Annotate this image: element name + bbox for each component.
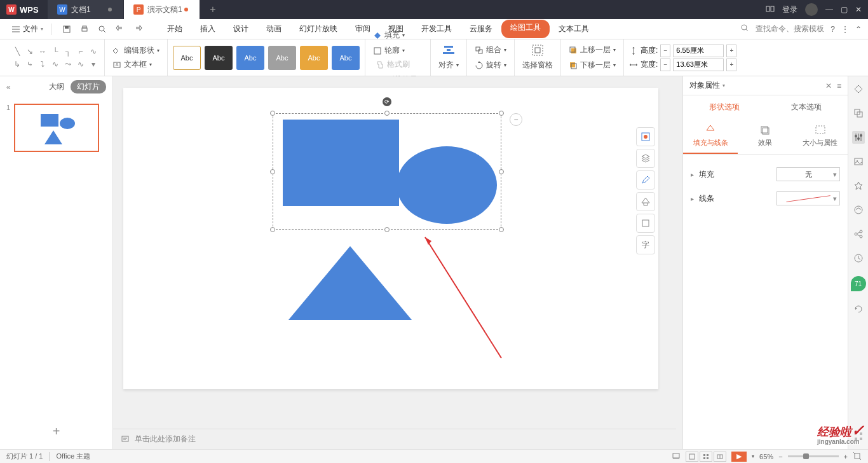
width-decrease[interactable]: − <box>660 59 670 71</box>
tab-design[interactable]: 设计 <box>224 20 257 38</box>
format-painter-button[interactable]: 格式刷 <box>373 58 425 72</box>
tab-animation[interactable]: 动画 <box>257 20 290 38</box>
search-icon[interactable] <box>740 24 749 34</box>
side-adjust-button[interactable] <box>852 131 865 144</box>
double-arrow-icon[interactable]: ↔ <box>37 46 48 57</box>
compact-icon[interactable] <box>766 4 775 15</box>
effects-subtab[interactable]: 效果 <box>738 119 792 154</box>
notes-toggle-button[interactable] <box>672 452 681 462</box>
tab-insert[interactable]: 插入 <box>191 20 224 38</box>
redo-button[interactable] <box>130 22 146 37</box>
slide-canvas[interactable]: ⟳ − <box>123 88 658 389</box>
shapes-gallery[interactable]: ╲ ↘ ↔ └ ┐ ⌐ ∿ ↳ ⤷ ⤵ ∿ ⤳ ∿ ▾ <box>11 46 99 70</box>
connector4-icon[interactable]: ∿ <box>50 59 61 70</box>
more-button[interactable]: ⋮ <box>841 25 849 34</box>
search-hint[interactable]: 查找命令、搜索模板 <box>756 24 824 34</box>
side-star-button[interactable] <box>852 179 865 192</box>
style-black[interactable]: Abc <box>205 46 233 70</box>
close-panel-button[interactable]: ✕ <box>825 81 832 90</box>
notes-bar[interactable]: 单击此处添加备注 <box>113 429 676 449</box>
elbow2-icon[interactable]: ┐ <box>62 46 74 57</box>
line-select[interactable] <box>776 191 840 205</box>
help-button[interactable]: ? <box>831 25 835 34</box>
connector2-icon[interactable]: ⤷ <box>24 59 36 70</box>
style-blue2[interactable]: Abc <box>332 46 360 70</box>
connector1-icon[interactable]: ↳ <box>11 59 23 70</box>
size-props-subtab[interactable]: 大小与属性 <box>793 119 848 154</box>
side-image-button[interactable] <box>852 155 865 168</box>
height-increase[interactable]: + <box>726 45 736 57</box>
zoom-slider[interactable] <box>788 455 839 457</box>
fill-line-subtab[interactable]: 填充与线条 <box>683 119 738 154</box>
style-gallery[interactable]: Abc Abc Abc Abc Abc Abc <box>173 46 360 70</box>
normal-view-button[interactable] <box>686 452 698 462</box>
fill-button[interactable]: 填充▾ <box>370 29 425 43</box>
group-button[interactable]: 组合▾ <box>472 43 509 57</box>
more-shapes-icon[interactable]: ▾ <box>88 59 99 70</box>
undo-button[interactable] <box>112 22 128 37</box>
align-button[interactable]: 对齐▾ <box>436 59 461 73</box>
connector6-icon[interactable]: ∿ <box>75 59 86 70</box>
rotate-handle[interactable]: ⟳ <box>383 97 391 106</box>
shape-triangle[interactable] <box>288 246 412 320</box>
curve2-icon[interactable]: ∿ <box>88 46 99 57</box>
textbox-button[interactable]: A文本框▾ <box>110 58 162 72</box>
float-text-button[interactable]: 字 <box>636 235 655 254</box>
expand-fill-icon[interactable]: ▸ <box>691 171 694 178</box>
reading-view-button[interactable] <box>714 452 726 462</box>
side-clone-button[interactable] <box>852 107 865 120</box>
side-shape-button[interactable] <box>852 83 865 95</box>
outline-button[interactable]: 轮廓▾ <box>370 44 425 58</box>
side-badge[interactable]: 71 <box>851 276 866 291</box>
selection-box[interactable]: ⟳ <box>273 113 501 230</box>
fit-button[interactable] <box>853 452 862 462</box>
line-icon[interactable]: ╲ <box>11 46 23 57</box>
tab-slideshow[interactable]: 幻灯片放映 <box>290 20 346 38</box>
width-increase[interactable]: + <box>726 59 736 71</box>
arrow-icon[interactable]: ↘ <box>24 46 36 57</box>
float-border-button[interactable] <box>636 214 655 233</box>
slideshow-button[interactable]: ▶ <box>731 452 747 462</box>
float-pen-button[interactable] <box>636 170 655 190</box>
zoom-out-handle[interactable]: − <box>510 113 522 126</box>
bring-forward-button[interactable]: 上移一层▾ <box>566 43 618 57</box>
maximize-button[interactable]: ▢ <box>841 5 848 14</box>
sorter-view-button[interactable] <box>700 452 712 462</box>
side-share-button[interactable] <box>852 228 865 240</box>
print-preview-button[interactable] <box>95 22 110 37</box>
fill-select[interactable]: 无 <box>776 167 840 181</box>
close-button[interactable]: ✕ <box>855 5 862 14</box>
outline-tab[interactable]: 大纲 <box>49 81 64 92</box>
panel-menu-button[interactable]: ≡ <box>837 81 841 90</box>
zoom-out-button[interactable]: − <box>778 453 782 460</box>
side-refresh-button[interactable] <box>852 303 865 315</box>
select-pane-button[interactable]: 选择窗格 <box>520 59 555 73</box>
side-link-button[interactable] <box>852 204 865 216</box>
side-history-button[interactable] <box>852 252 865 265</box>
text-options-tab[interactable]: 文本选项 <box>766 95 848 119</box>
style-gray[interactable]: Abc <box>268 46 296 70</box>
doc-tab-1[interactable]: W 文档1 <box>48 0 124 19</box>
doc-tab-2[interactable]: P 演示文稿1 <box>124 0 200 19</box>
shape-options-tab[interactable]: 形状选项 <box>683 95 766 119</box>
collapse-panel-button[interactable]: « <box>6 83 11 92</box>
height-decrease[interactable]: − <box>660 45 670 57</box>
minimize-button[interactable]: — <box>825 5 833 14</box>
float-layer-button[interactable] <box>636 149 655 168</box>
elbow-icon[interactable]: └ <box>50 46 61 57</box>
style-yellow[interactable]: Abc <box>300 46 328 70</box>
login-label[interactable]: 登录 <box>782 4 797 15</box>
new-tab-button[interactable]: + <box>200 0 226 19</box>
expand-line-icon[interactable]: ▸ <box>691 195 694 202</box>
file-menu[interactable]: 文件 ▾ <box>6 21 48 37</box>
zoom-in-button[interactable]: + <box>844 453 848 460</box>
width-input[interactable] <box>673 59 724 71</box>
tab-cloud[interactable]: 云服务 <box>461 20 501 38</box>
height-input[interactable] <box>673 45 724 57</box>
rotate-button[interactable]: 旋转▾ <box>472 59 509 73</box>
slide-thumbnail-1[interactable]: 1 <box>6 104 106 152</box>
connector5-icon[interactable]: ⤳ <box>62 59 74 70</box>
curve1-icon[interactable]: ⌐ <box>75 46 86 57</box>
tab-home[interactable]: 开始 <box>158 20 191 38</box>
zoom-value[interactable]: 65% <box>759 453 773 460</box>
